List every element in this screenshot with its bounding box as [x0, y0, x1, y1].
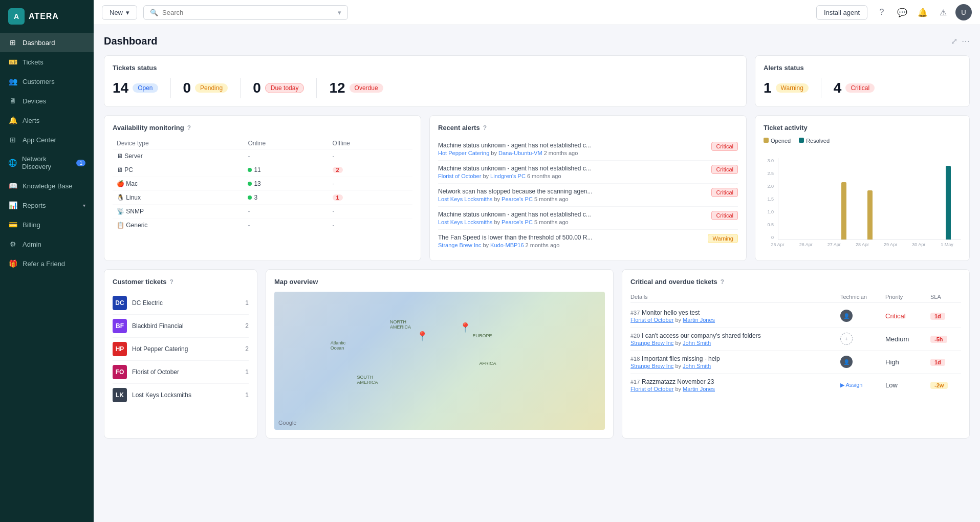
ticket-activity-title: Ticket activity: [764, 124, 961, 132]
avatar[interactable]: U: [955, 4, 972, 20]
sidebar-item-devices[interactable]: 🖥 Devices: [0, 91, 94, 111]
sidebar-item-refer[interactable]: 🎁 Refer a Friend: [0, 254, 94, 273]
sidebar-item-network-discovery[interactable]: 🌐 Network Discovery 1: [0, 149, 94, 176]
alert-icon[interactable]: ⚠: [935, 4, 951, 20]
device-icon: 🍎: [117, 180, 124, 187]
open-count: 14: [113, 80, 128, 96]
due-badge: Due today: [265, 83, 304, 93]
ticket-customer-link[interactable]: Florist of October: [630, 317, 673, 323]
technician-cell: 👤: [840, 356, 881, 368]
sidebar-item-knowledge-base[interactable]: 📖 Knowledge Base: [0, 176, 94, 195]
ticket-customer-link[interactable]: Strange Brew Inc: [630, 340, 673, 346]
alert-device-link[interactable]: Kudo-MBP16: [490, 242, 524, 248]
help-icon[interactable]: ?: [874, 4, 890, 20]
help-icon[interactable]: ?: [187, 124, 191, 132]
alert-customer-link[interactable]: Hot Pepper Catering: [438, 150, 489, 156]
list-item: The Fan Speed is lower than the threshol…: [438, 230, 738, 252]
sidebar-item-customers[interactable]: 👥 Customers: [0, 72, 94, 91]
ticket-assignee-link[interactable]: Martin Jones: [683, 386, 715, 392]
sidebar-item-admin[interactable]: ⚙ Admin: [0, 234, 94, 254]
new-button[interactable]: New ▾: [102, 5, 137, 20]
bar-group: [804, 158, 831, 240]
chat-icon[interactable]: 💬: [894, 4, 910, 20]
col-sla: SLA: [930, 294, 961, 300]
list-item: Machine status unknown - agent has not e…: [438, 207, 738, 230]
y-label: 1.5: [764, 197, 774, 202]
customer-list: DC DC Electric 1 BF Blackbird Financial …: [113, 292, 249, 406]
map-overview-title: Map overview: [274, 278, 605, 286]
table-row: #18 Important files missing - help Stran…: [630, 351, 961, 374]
install-agent-button[interactable]: Install agent: [816, 5, 867, 20]
legend-opened: Opened: [764, 138, 791, 144]
alert-info: Network scan has stopped because the sca…: [438, 188, 707, 202]
dash: -: [248, 153, 250, 160]
pending-count: 0: [183, 80, 191, 96]
alert-device-link[interactable]: Lindgren's PC: [490, 173, 526, 179]
sidebar-item-dashboard[interactable]: ⊞ Dashboard: [0, 33, 94, 52]
alert-meta: Lost Keys Locksmiths by Pearce's PC 5 mo…: [438, 219, 707, 225]
sidebar-item-label: Dashboard: [23, 39, 55, 47]
expand-icon[interactable]: ⤢: [951, 36, 957, 46]
alert-device-link[interactable]: Pearce's PC: [502, 219, 533, 225]
middle-row: Availability monitoring ? Device type On…: [104, 115, 970, 261]
availability-title: Availability monitoring ?: [113, 124, 412, 132]
bar-group: [883, 158, 909, 240]
alert-device-link[interactable]: Pearce's PC: [502, 196, 533, 202]
bottom-row: Customer tickets ? DC DC Electric 1 BF B…: [104, 269, 970, 439]
alerts-status-title: Alerts status: [764, 64, 961, 72]
alert-device-link[interactable]: Dana-Ubuntu-VM: [498, 150, 542, 156]
chart-legend: Opened Resolved: [764, 138, 961, 144]
alert-info: Machine status unknown - agent has not e…: [438, 165, 707, 179]
priority-cell: Critical: [885, 312, 926, 320]
assign-button[interactable]: ▶ Assign: [840, 382, 881, 388]
customer-count: 2: [245, 322, 249, 330]
alert-severity-badge: Critical: [711, 165, 738, 174]
customer-count: 2: [245, 345, 249, 353]
alert-customer-link[interactable]: Florist of October: [438, 173, 481, 179]
sidebar-item-reports[interactable]: 📊 Reports ▾: [0, 195, 94, 215]
map-placeholder: NORTHAMERICA EUROPE AFRICA SOUTHAMERICA …: [274, 292, 605, 430]
customer-avatar: LK: [113, 388, 127, 402]
sidebar-item-billing[interactable]: 💳 Billing: [0, 215, 94, 234]
search-icon: 🔍: [150, 9, 158, 16]
dash: -: [333, 222, 335, 229]
alert-customer-link[interactable]: Lost Keys Locksmiths: [438, 196, 492, 202]
ticket-assignee-link[interactable]: John Smith: [683, 340, 711, 346]
x-label: 26 Apr: [792, 242, 820, 247]
y-label: 3.0: [764, 158, 774, 163]
page-title: Dashboard: [104, 35, 157, 47]
new-label: New: [110, 9, 123, 16]
map-label-atlantic: AtlanticOcean: [331, 340, 346, 351]
sidebar-item-alerts[interactable]: 🔔 Alerts: [0, 111, 94, 130]
open-badge: Open: [133, 83, 158, 93]
online-cell: -: [244, 205, 328, 219]
ticket-customer-link[interactable]: Strange Brew Inc: [630, 363, 673, 369]
table-row: 🐧 Linux 3 1: [113, 191, 412, 205]
critical-tickets-card: Critical and overdue tickets ? Details T…: [622, 269, 970, 439]
status-alerts-row: Tickets status 14 Open 0 Pending 0: [104, 55, 970, 107]
ticket-assignee-link[interactable]: John Smith: [683, 363, 711, 369]
sidebar-item-app-center[interactable]: ⊞ App Center: [0, 130, 94, 149]
ticket-assignee-link[interactable]: Martin Jones: [683, 317, 715, 323]
help-icon[interactable]: ?: [721, 278, 724, 286]
list-item: Machine status unknown - agent has not e…: [438, 161, 738, 184]
technician-avatar: 👤: [840, 356, 853, 368]
col-priority: Priority: [885, 294, 926, 300]
more-options-icon[interactable]: ⋯: [962, 36, 970, 46]
bar-group: [857, 158, 883, 240]
alert-meta: Strange Brew Inc by Kudo-MBP16 2 months …: [438, 242, 704, 248]
x-label: 29 Apr: [877, 242, 905, 247]
help-icon[interactable]: ?: [483, 124, 487, 132]
priority-cell: Low: [885, 381, 926, 389]
list-item: FO Florist of October 1: [113, 361, 249, 384]
alert-customer-link[interactable]: Lost Keys Locksmiths: [438, 219, 492, 225]
alert-customer-link[interactable]: Strange Brew Inc: [438, 242, 481, 248]
sidebar-item-tickets[interactable]: 🎫 Tickets: [0, 52, 94, 72]
search-input[interactable]: [162, 9, 334, 16]
status-overdue: 12 Overdue: [329, 80, 383, 96]
notification-bell-icon[interactable]: 🔔: [914, 4, 931, 20]
help-icon[interactable]: ?: [169, 278, 173, 286]
offline-cell: 1: [329, 191, 412, 205]
ticket-customer-link[interactable]: Florist of October: [630, 386, 673, 392]
logo-area: A ATERA: [0, 0, 94, 33]
